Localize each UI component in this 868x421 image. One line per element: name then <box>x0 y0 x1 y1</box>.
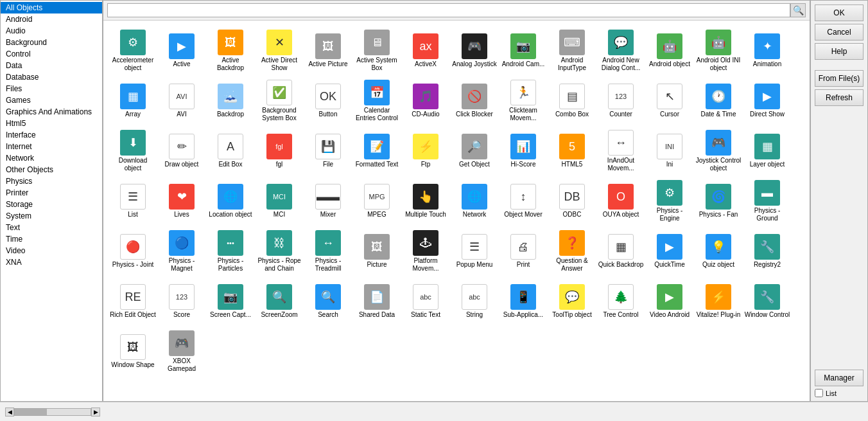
sidebar-item-video[interactable]: Video <box>1 245 102 256</box>
object-item-65[interactable]: ❓Question & Answer <box>548 226 596 276</box>
object-item-75[interactable]: 📄Shared Data <box>352 276 401 327</box>
object-item-27[interactable]: ▶Direct Show <box>743 76 792 126</box>
object-item-85[interactable]: 🎮XBOX Gamepad <box>157 327 206 377</box>
object-item-15[interactable]: AVIAVI <box>157 76 206 126</box>
object-item-78[interactable]: 📱Sub-Applica... <box>499 276 548 327</box>
object-item-79[interactable]: 💬ToolTip object <box>548 276 596 327</box>
object-item-57[interactable]: 🔵Physics - Magnet <box>157 226 206 276</box>
object-item-58[interactable]: •••Physics - Particles <box>206 226 255 276</box>
scroll-right-button[interactable]: ▶ <box>91 408 100 417</box>
manager-button[interactable]: Manager <box>815 370 864 386</box>
object-item-23[interactable]: ▤Combo Box <box>548 76 596 126</box>
search-input[interactable] <box>107 3 790 17</box>
sidebar-item-internet[interactable]: Internet <box>1 141 102 152</box>
object-item-84[interactable]: 🖼Window Shape <box>108 327 157 377</box>
object-item-29[interactable]: ✏Draw object <box>157 126 206 176</box>
object-item-11[interactable]: 🤖Android object <box>645 26 694 76</box>
object-item-14[interactable]: ▦Array <box>108 76 157 126</box>
sidebar-item-physics[interactable]: Physics <box>1 175 102 187</box>
object-item-70[interactable]: RERich Edit Object <box>108 276 157 327</box>
object-item-19[interactable]: 📅Calendar Entries Control <box>352 76 401 126</box>
sidebar-item-games[interactable]: Games <box>1 94 102 106</box>
object-item-48[interactable]: 👆Multiple Touch <box>401 176 450 226</box>
object-item-55[interactable]: ▬Physics - Ground <box>743 176 792 226</box>
object-item-52[interactable]: OOUYA object <box>596 176 645 226</box>
object-item-13[interactable]: ✦Animation <box>743 26 792 76</box>
object-item-34[interactable]: ⚡Ftp <box>401 126 450 176</box>
object-item-36[interactable]: 📊Hi-Score <box>499 126 548 176</box>
object-item-1[interactable]: ▶Active <box>157 26 206 76</box>
object-item-16[interactable]: 🗻Backdrop <box>206 76 255 126</box>
scroll-left-button[interactable]: ◀ <box>5 408 14 417</box>
object-item-7[interactable]: 🎮Analog Joystick <box>450 26 499 76</box>
sidebar-item-time[interactable]: Time <box>1 233 102 245</box>
object-item-50[interactable]: ↕Object Mover <box>499 176 548 226</box>
sidebar-item-storage[interactable]: Storage <box>1 199 102 210</box>
object-item-21[interactable]: 🚫Click Blocker <box>450 76 499 126</box>
object-item-41[interactable]: ▦Layer object <box>743 126 792 176</box>
object-item-49[interactable]: 🌐Network <box>450 176 499 226</box>
sidebar-item-printer[interactable]: Printer <box>1 187 102 199</box>
sidebar-item-data[interactable]: Data <box>1 60 102 71</box>
object-item-81[interactable]: ▶Video Android <box>645 276 694 327</box>
object-item-82[interactable]: ⚡Vitalize! Plug-in <box>694 276 743 327</box>
search-button[interactable]: 🔍 <box>790 3 806 17</box>
sidebar-item-interface[interactable]: Interface <box>1 129 102 141</box>
object-item-8[interactable]: 📷Android Cam... <box>499 26 548 76</box>
object-item-4[interactable]: 🖼Active Picture <box>304 26 352 76</box>
sidebar-item-background[interactable]: Background <box>1 37 102 48</box>
sidebar-item-html5[interactable]: Html5 <box>1 118 102 129</box>
object-item-45[interactable]: MCIMCI <box>255 176 304 226</box>
object-item-33[interactable]: 📝Formatted Text <box>352 126 401 176</box>
sidebar-item-control[interactable]: Control <box>1 48 102 60</box>
sidebar-item-android[interactable]: Android <box>1 13 102 25</box>
object-item-64[interactable]: 🖨Print <box>499 226 548 276</box>
object-item-10[interactable]: 💬Android New Dialog Cont... <box>596 26 645 76</box>
object-item-12[interactable]: 🤖Android Old INI object <box>694 26 743 76</box>
object-item-26[interactable]: 🕐Date & Time <box>694 76 743 126</box>
object-item-76[interactable]: abcStatic Text <box>401 276 450 327</box>
object-item-37[interactable]: 5HTML5 <box>548 126 596 176</box>
scrollbar[interactable] <box>14 408 91 416</box>
object-item-51[interactable]: DBODBC <box>548 176 596 226</box>
object-item-17[interactable]: ✅Background System Box <box>255 76 304 126</box>
help-button[interactable]: Help <box>815 43 864 60</box>
object-item-40[interactable]: 🎮Joystick Control object <box>694 126 743 176</box>
object-item-74[interactable]: 🔍Search <box>304 276 352 327</box>
object-item-83[interactable]: 🔧Window Control <box>743 276 792 327</box>
object-item-59[interactable]: ⛓Physics - Rope and Chain <box>255 226 304 276</box>
object-item-80[interactable]: 🌲Tree Control <box>596 276 645 327</box>
object-item-56[interactable]: 🔴Physics - Joint <box>108 226 157 276</box>
sidebar-item-graphics-and-animations[interactable]: Graphics And Animations <box>1 106 102 118</box>
object-item-6[interactable]: axActiveX <box>401 26 450 76</box>
object-item-73[interactable]: 🔍ScreenZoom <box>255 276 304 327</box>
object-item-25[interactable]: ↖Cursor <box>645 76 694 126</box>
object-item-35[interactable]: 🔎Get Object <box>450 126 499 176</box>
object-item-22[interactable]: 🏃Clickteam Movem... <box>499 76 548 126</box>
object-item-9[interactable]: ⌨Android InputType <box>548 26 596 76</box>
sidebar-item-text[interactable]: Text <box>1 222 102 233</box>
object-item-20[interactable]: 🎵CD-Audio <box>401 76 450 126</box>
sidebar-item-audio[interactable]: Audio <box>1 25 102 37</box>
object-item-0[interactable]: ⚙Accelerometer object <box>108 26 157 76</box>
cancel-button[interactable]: Cancel <box>815 24 864 40</box>
sidebar-item-all-objects[interactable]: All Objects <box>1 2 102 13</box>
object-item-63[interactable]: ☰Popup Menu <box>450 226 499 276</box>
object-item-18[interactable]: OKButton <box>304 76 352 126</box>
sidebar-item-files[interactable]: Files <box>1 83 102 94</box>
object-item-44[interactable]: 🌐Location object <box>206 176 255 226</box>
sidebar-item-other-objects[interactable]: Other Objects <box>1 164 102 175</box>
object-item-31[interactable]: fglfgl <box>255 126 304 176</box>
object-item-72[interactable]: 📷Screen Capt... <box>206 276 255 327</box>
sidebar-item-database[interactable]: Database <box>1 71 102 83</box>
object-item-39[interactable]: INIIni <box>645 126 694 176</box>
ok-button[interactable]: OK <box>815 4 864 21</box>
object-item-77[interactable]: abcString <box>450 276 499 327</box>
object-item-24[interactable]: 123Counter <box>596 76 645 126</box>
object-item-66[interactable]: ▦Quick Backdrop <box>596 226 645 276</box>
object-item-5[interactable]: 🖥Active System Box <box>352 26 401 76</box>
sidebar-item-system[interactable]: System <box>1 210 102 222</box>
sidebar-item-network[interactable]: Network <box>1 152 102 164</box>
object-item-46[interactable]: ▬▬Mixer <box>304 176 352 226</box>
object-item-67[interactable]: ▶QuickTime <box>645 226 694 276</box>
